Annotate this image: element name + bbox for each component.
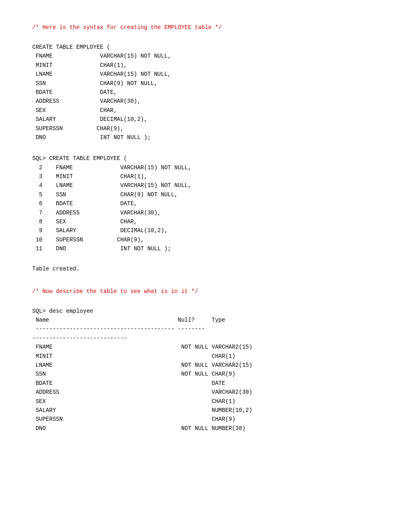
sql-create: SQL> CREATE TABLE EMPLOYEE ( 2 FNAME VAR…	[32, 154, 379, 253]
desc-block: SQL> desc employee Name Null? Type -----…	[32, 307, 379, 433]
table-created: Table created.	[32, 266, 379, 272]
comment1: /* Here is the syntax for creating the E…	[32, 24, 379, 31]
create-syntax: CREATE TABLE EMPLOYEE ( FNAME VARCHAR(15…	[32, 43, 379, 142]
comment2: /* Now describe the table to see what is…	[32, 288, 379, 295]
